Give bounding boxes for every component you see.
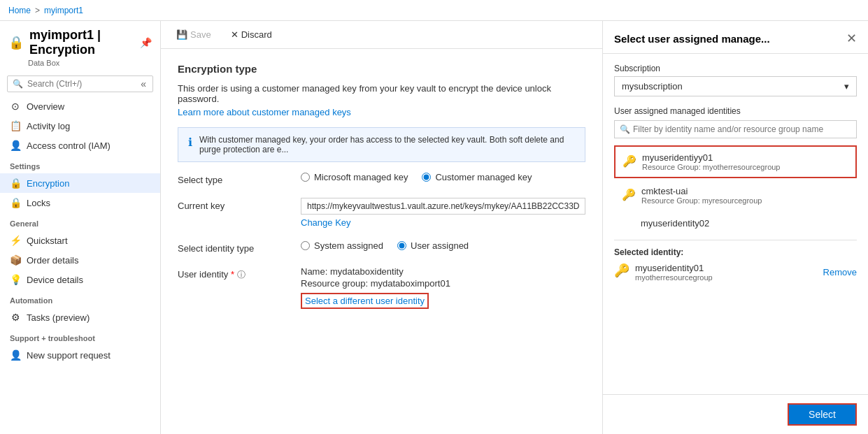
sidebar-item-label: Device details: [27, 275, 83, 285]
select-type-label: Select type: [178, 172, 290, 185]
remove-button[interactable]: Remove: [823, 267, 857, 277]
filter-input[interactable]: [614, 120, 857, 138]
sidebar-item-order-details[interactable]: 📦 Order details: [0, 250, 160, 270]
breadcrumb-separator: >: [35, 6, 40, 15]
identity-item-myuseridentity02[interactable]: myuseridentity02: [614, 212, 857, 234]
user-identity-value: Name: mydataboxidentity Resource group: …: [301, 266, 585, 309]
content-area: 💾 Save ✕ Discard Encryption type This or…: [161, 21, 602, 434]
sidebar-header: 🔒 myimport1 | Encryption 📌 Data Box: [0, 21, 160, 71]
selected-identity-info: 🔑 myuseridentity01 myotherresourcegroup: [614, 263, 713, 282]
breadcrumb-home[interactable]: Home: [8, 6, 31, 15]
search-icon: 🔍: [13, 79, 23, 89]
microsoft-key-radio[interactable]: [301, 173, 310, 182]
sidebar-item-tasks[interactable]: ⚙ Tasks (preview): [0, 308, 160, 327]
sidebar-item-label: Locks: [27, 198, 50, 208]
identity-icon-1: 🔑: [622, 187, 636, 201]
section-general: General: [0, 212, 160, 231]
identity-item-myuseridentiyy01[interactable]: 🔑 myuseridentiyy01 Resource Group: myoth…: [614, 145, 857, 178]
overview-icon: ⊙: [10, 101, 21, 112]
customer-key-radio[interactable]: [422, 173, 431, 182]
microsoft-managed-key-option[interactable]: Microsoft managed key: [301, 172, 408, 182]
save-icon: 💾: [176, 29, 187, 40]
selected-identity-name: myuseridentity01: [635, 263, 713, 273]
identity-rg-1: Resource Group: myresourcegroup: [641, 196, 762, 205]
sidebar-item-label: Tasks (preview): [27, 312, 90, 323]
subscription-dropdown[interactable]: mysubscription ▾: [614, 76, 857, 96]
sidebar-item-label: Quickstart: [27, 236, 68, 246]
panel-close-button[interactable]: ✕: [846, 31, 857, 46]
identity-rg: Resource group: mydataboximport01: [301, 278, 585, 289]
sidebar-item-locks[interactable]: 🔒 Locks: [0, 193, 160, 212]
sidebar-navigation: ⊙ Overview 📋 Activity log 👤 Access contr…: [0, 96, 160, 434]
learn-more-link[interactable]: Learn more about customer managed keys: [178, 107, 351, 117]
current-key-input[interactable]: [301, 198, 585, 215]
identity-item-cmktest-uai[interactable]: 🔑 cmktest-uai Resource Group: myresource…: [614, 180, 857, 211]
search-input[interactable]: [7, 75, 153, 92]
filter-wrap: 🔍: [614, 120, 857, 138]
subscription-label: Subscription: [614, 64, 857, 73]
device-details-icon: 💡: [10, 274, 21, 285]
sidebar-item-access-control[interactable]: 👤 Access control (IAM): [0, 136, 160, 155]
content-body: Encryption type This order is using a cu…: [161, 49, 602, 434]
sidebar-item-label: Activity log: [27, 121, 70, 131]
sidebar-item-overview[interactable]: ⊙ Overview: [0, 96, 160, 116]
identity-rg-0: Resource Group: myotherresourcegroup: [642, 163, 780, 171]
section-automation: Automation: [0, 289, 160, 308]
sidebar-subtitle: Data Box: [28, 59, 152, 67]
select-different-identity-link[interactable]: Select a different user identity: [301, 293, 429, 309]
current-key-row: Current key Change Key: [178, 198, 585, 228]
user-identity-label: User identity * ⓘ: [178, 266, 290, 281]
collapse-button[interactable]: «: [141, 78, 146, 89]
identity-list-label: User assigned managed identities: [614, 106, 857, 116]
customer-managed-key-option[interactable]: Customer managed key: [422, 172, 532, 182]
select-button[interactable]: Select: [788, 403, 857, 426]
content-toolbar: 💾 Save ✕ Discard: [161, 21, 602, 49]
identity-type-value: System assigned User assigned: [301, 240, 585, 251]
panel-footer: Select: [603, 394, 868, 434]
save-button[interactable]: 💾 Save: [172, 27, 215, 43]
sidebar-item-activity-log[interactable]: 📋 Activity log: [0, 116, 160, 136]
filter-search-icon: 🔍: [620, 124, 630, 134]
top-bar: Home > myimport1: [0, 0, 868, 21]
section-settings: Settings: [0, 155, 160, 173]
sidebar: 🔒 myimport1 | Encryption 📌 Data Box 🔍 « …: [0, 21, 161, 434]
identity-info-1: cmktest-uai Resource Group: myresourcegr…: [641, 186, 762, 205]
select-type-value: Microsoft managed key Customer managed k…: [301, 172, 585, 182]
chevron-down-icon: ▾: [844, 81, 849, 92]
sidebar-item-device-details[interactable]: 💡 Device details: [0, 270, 160, 289]
current-key-value: Change Key: [301, 198, 585, 228]
pin-icon: 📌: [140, 37, 152, 48]
discard-icon: ✕: [231, 29, 239, 40]
sidebar-item-label: Access control (IAM): [27, 140, 111, 151]
user-assigned-radio[interactable]: [397, 241, 406, 250]
identity-name-1: cmktest-uai: [641, 186, 762, 196]
sidebar-item-label: Overview: [27, 101, 64, 112]
discard-button[interactable]: ✕ Discard: [227, 27, 276, 43]
divider: [614, 240, 857, 240]
selected-identity-details: myuseridentity01 myotherresourcegroup: [635, 263, 713, 282]
change-key-link[interactable]: Change Key: [301, 217, 585, 228]
access-control-icon: 👤: [10, 140, 21, 151]
identity-name-0: myuseridentiyy01: [642, 152, 780, 163]
right-panel: Select user assigned manage... ✕ Subscri…: [602, 21, 868, 434]
system-assigned-radio[interactable]: [301, 241, 310, 250]
system-assigned-option[interactable]: System assigned: [301, 240, 383, 251]
sidebar-item-quickstart[interactable]: ⚡ Quickstart: [0, 231, 160, 250]
panel-header: Select user assigned manage... ✕: [603, 21, 868, 54]
activity-log-icon: 📋: [10, 120, 21, 131]
sidebar-item-support[interactable]: 👤 New support request: [0, 345, 160, 365]
identity-type-row: Select identity type System assigned Use…: [178, 240, 585, 254]
selected-identity-rg: myotherresourcegroup: [635, 273, 713, 282]
identity-info-0: myuseridentiyy01 Resource Group: myother…: [642, 152, 780, 171]
selected-identity-section: Selected identity: 🔑 myuseridentity01 my…: [614, 247, 857, 282]
section-title: Encryption type: [178, 63, 585, 75]
user-identity-row: User identity * ⓘ Name: mydataboxidentit…: [178, 266, 585, 309]
info-banner: ℹ With customer managed key, your order …: [178, 127, 585, 162]
sidebar-item-encryption[interactable]: 🔒 Encryption: [0, 173, 160, 193]
sidebar-search-wrap: 🔍 «: [7, 75, 153, 92]
user-assigned-option[interactable]: User assigned: [397, 240, 469, 251]
quickstart-icon: ⚡: [10, 235, 21, 246]
tasks-icon: ⚙: [10, 312, 21, 323]
sidebar-item-label: New support request: [27, 350, 111, 361]
identity-icon-0: 🔑: [622, 154, 636, 168]
